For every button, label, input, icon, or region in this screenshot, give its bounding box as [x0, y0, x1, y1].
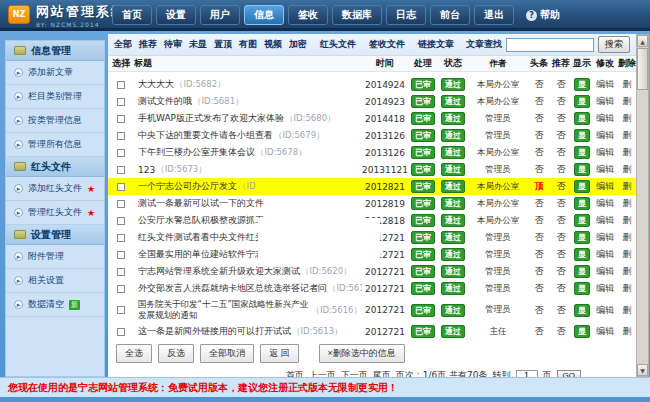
- delete-link[interactable]: 删: [618, 229, 636, 246]
- status-badge[interactable]: 通过: [441, 129, 465, 142]
- row-recommend-flag[interactable]: 否: [550, 144, 572, 161]
- delete-link[interactable]: 删: [618, 195, 636, 212]
- delete-link[interactable]: 删: [618, 297, 636, 323]
- row-checkbox[interactable]: [117, 268, 125, 276]
- process-badge[interactable]: 已审: [411, 304, 435, 317]
- edit-link[interactable]: 编辑: [592, 178, 618, 195]
- sidebar-item-数据清空[interactable]: ▸数据清空新: [6, 293, 104, 317]
- edit-link[interactable]: 编辑: [592, 144, 618, 161]
- process-badge[interactable]: 已审: [411, 214, 435, 227]
- row-headline-flag[interactable]: 否: [528, 110, 550, 127]
- edit-link[interactable]: 编辑: [592, 323, 618, 340]
- display-badge[interactable]: 显: [574, 95, 590, 108]
- row-recommend-flag[interactable]: 否: [550, 127, 572, 144]
- process-badge[interactable]: 已审: [411, 248, 435, 261]
- sidebar-item-管理所有信息[interactable]: ▸管理所有信息: [6, 133, 104, 157]
- display-badge[interactable]: 显: [574, 129, 590, 142]
- sidebar-item-添加新文章[interactable]: ▸添加新文章: [6, 61, 104, 85]
- filter-全部[interactable]: 全部: [114, 38, 132, 51]
- go-button[interactable]: GO: [557, 370, 581, 378]
- display-badge[interactable]: 显: [574, 163, 590, 176]
- row-checkbox[interactable]: [117, 217, 125, 225]
- row-recommend-flag[interactable]: 否: [550, 195, 572, 212]
- status-badge[interactable]: 通过: [441, 325, 465, 338]
- display-badge[interactable]: 显: [574, 112, 590, 125]
- scrollbar-thumb[interactable]: [637, 48, 648, 90]
- sidebar-item-相关设置[interactable]: ▸相关设置: [6, 269, 104, 293]
- row-headline-flag[interactable]: 否: [528, 297, 550, 323]
- process-badge[interactable]: 已审: [411, 95, 435, 108]
- row-recommend-flag[interactable]: 否: [550, 212, 572, 229]
- scroll-up-icon[interactable]: ▲: [637, 35, 648, 47]
- sidebar-item-附件管理[interactable]: ▸附件管理: [6, 245, 104, 269]
- process-badge[interactable]: 已审: [411, 180, 435, 193]
- article-title[interactable]: 测试文件的哦: [138, 95, 192, 108]
- filter-加密[interactable]: 加密: [289, 38, 307, 51]
- edit-link[interactable]: 编辑: [592, 127, 618, 144]
- edit-link[interactable]: 编辑: [592, 263, 618, 280]
- delete-link[interactable]: 删: [618, 76, 636, 93]
- process-badge[interactable]: 已审: [411, 265, 435, 278]
- row-checkbox[interactable]: [117, 132, 125, 140]
- filter-视频[interactable]: 视频: [264, 38, 282, 51]
- action-button-全选[interactable]: 全选: [116, 344, 152, 363]
- status-badge[interactable]: 通过: [441, 197, 465, 210]
- display-badge[interactable]: 显: [574, 325, 590, 338]
- row-checkbox[interactable]: [117, 251, 125, 259]
- display-badge[interactable]: 显: [574, 265, 590, 278]
- display-badge[interactable]: 显: [574, 78, 590, 91]
- status-badge[interactable]: 通过: [441, 214, 465, 227]
- display-badge[interactable]: 显: [574, 282, 590, 295]
- delete-link[interactable]: 删: [618, 144, 636, 161]
- filter-待审[interactable]: 待审: [164, 38, 182, 51]
- row-checkbox[interactable]: [117, 328, 125, 336]
- edit-link[interactable]: 编辑: [592, 110, 618, 127]
- display-badge[interactable]: 显: [574, 197, 590, 210]
- status-badge[interactable]: 通过: [441, 163, 465, 176]
- delete-link[interactable]: 删: [618, 280, 636, 297]
- vertical-scrollbar[interactable]: ▲ ▼: [636, 34, 649, 377]
- filter-链接文章[interactable]: 链接文章: [418, 38, 454, 51]
- nav-tab-信息[interactable]: 信息: [244, 5, 284, 25]
- row-checkbox[interactable]: [117, 81, 125, 89]
- row-checkbox[interactable]: [117, 285, 125, 293]
- display-badge[interactable]: 显: [574, 231, 590, 244]
- sidebar-section-设置管理[interactable]: 设置管理: [6, 225, 104, 245]
- delete-link[interactable]: 删: [618, 110, 636, 127]
- search-button[interactable]: 搜索: [598, 36, 630, 53]
- sidebar-item-栏目类别管理[interactable]: ▸栏目类别管理: [6, 85, 104, 109]
- nav-tab-签收[interactable]: 签收: [288, 5, 328, 25]
- display-badge[interactable]: 显: [574, 304, 590, 317]
- delete-link[interactable]: 删: [618, 127, 636, 144]
- row-recommend-flag[interactable]: 否: [550, 161, 572, 178]
- process-badge[interactable]: 已审: [411, 112, 435, 125]
- row-headline-flag[interactable]: 否: [528, 280, 550, 297]
- process-badge[interactable]: 已审: [411, 163, 435, 176]
- edit-link[interactable]: 编辑: [592, 280, 618, 297]
- article-title[interactable]: 下午到三楼办公室开集体会议: [138, 146, 255, 159]
- status-badge[interactable]: 通过: [441, 304, 465, 317]
- filter-推荐[interactable]: 推荐: [139, 38, 157, 51]
- article-title[interactable]: 外交部发言人洪磊就纳卡地区总统选举答记者问: [138, 282, 327, 295]
- delete-link[interactable]: 删: [618, 212, 636, 229]
- row-recommend-flag[interactable]: 否: [550, 280, 572, 297]
- page-link-尾页[interactable]: 尾页: [373, 369, 391, 378]
- delete-link[interactable]: 删: [618, 323, 636, 340]
- status-badge[interactable]: 通过: [441, 146, 465, 159]
- row-checkbox[interactable]: [117, 183, 125, 191]
- row-recommend-flag[interactable]: 否: [550, 76, 572, 93]
- delete-link[interactable]: 删: [618, 178, 636, 195]
- status-badge[interactable]: 通过: [441, 112, 465, 125]
- nav-tab-数据库[interactable]: 数据库: [332, 5, 382, 25]
- row-recommend-flag[interactable]: 否: [550, 297, 572, 323]
- row-checkbox[interactable]: [117, 306, 125, 314]
- article-title[interactable]: 测试一条最新可以试一下的文件: [138, 197, 264, 210]
- article-title[interactable]: 中央下达的重要文件请各小组查看: [138, 129, 273, 142]
- page-link-下一页[interactable]: 下一页: [341, 369, 368, 378]
- row-recommend-flag[interactable]: 否: [550, 323, 572, 340]
- filter-红头文件[interactable]: 红头文件: [320, 38, 356, 51]
- sidebar-section-红头文件[interactable]: 红头文件: [6, 157, 104, 177]
- row-headline-flag[interactable]: 顶: [528, 178, 550, 195]
- nav-tab-用户[interactable]: 用户: [200, 5, 240, 25]
- action-button-反选[interactable]: 反选: [158, 344, 194, 363]
